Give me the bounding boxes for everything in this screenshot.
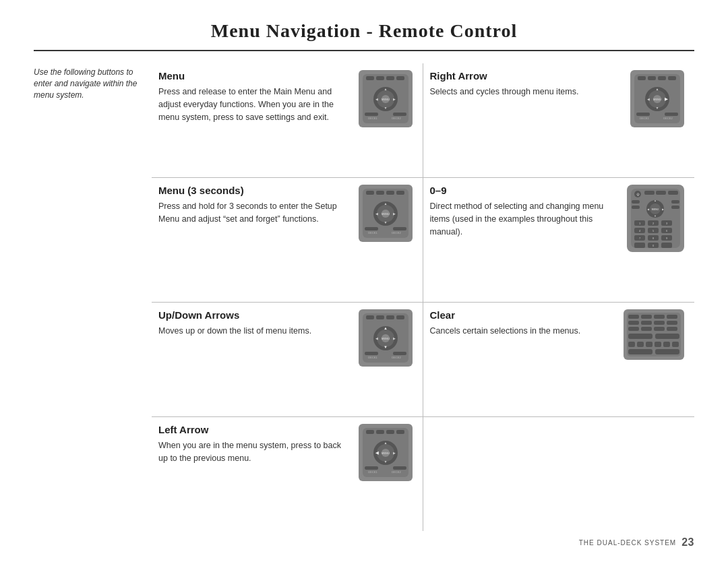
svg-rect-40 xyxy=(386,191,394,195)
footer-label: THE DUAL-DECK SYSTEM xyxy=(579,539,676,547)
svg-rect-92 xyxy=(661,243,672,248)
remote-menu-img: MENU ▲ ▼ ◀ ▶ DECK1 DECK2 xyxy=(359,70,413,127)
remote-0-9-img: ⏻ MENU ▲ ▼ ◀ ▶ xyxy=(627,185,684,252)
svg-rect-58 xyxy=(644,191,655,195)
svg-text:▶: ▶ xyxy=(393,212,396,216)
svg-rect-4 xyxy=(386,76,394,80)
svg-rect-124 xyxy=(654,327,665,331)
section-clear: Clear Cancels certain selections in the … xyxy=(423,303,695,417)
remote-clear-img xyxy=(624,309,684,360)
svg-rect-53 xyxy=(393,227,406,230)
svg-rect-68 xyxy=(632,200,640,204)
svg-rect-123 xyxy=(641,327,652,331)
svg-rect-3 xyxy=(376,76,384,80)
remote-up-down-img: MENU ▲ ▼ ◀ ▶ DECK1 DECK2 xyxy=(359,309,413,367)
section-menu-3sec: Menu (3 seconds) Press and hold for 3 se… xyxy=(152,178,423,303)
remote-up-down-svg: MENU ▲ ▼ ◀ ▶ DECK1 DECK2 xyxy=(359,310,412,366)
svg-rect-130 xyxy=(646,342,653,347)
svg-rect-97 xyxy=(376,315,384,319)
svg-text:▶: ▶ xyxy=(393,336,396,340)
section-menu-title: Menu xyxy=(158,70,352,82)
svg-rect-118 xyxy=(628,321,639,325)
svg-text:◀: ◀ xyxy=(647,97,650,101)
svg-text:MENU: MENU xyxy=(382,451,390,455)
svg-rect-114 xyxy=(628,315,639,319)
svg-text:▲: ▲ xyxy=(384,326,388,330)
svg-text:MENU: MENU xyxy=(653,98,661,101)
section-empty xyxy=(423,417,695,531)
section-menu-3sec-title: Menu (3 seconds) xyxy=(158,185,352,196)
svg-text:DECK1: DECK1 xyxy=(368,356,377,359)
svg-text:▼: ▼ xyxy=(384,460,387,464)
section-menu-3sec-body: Press and hold for 3 seconds to enter th… xyxy=(158,200,352,226)
svg-text:▼: ▼ xyxy=(656,106,659,110)
section-right-arrow: Right Arrow Selects and cycles through m… xyxy=(423,63,695,178)
svg-text:◀: ◀ xyxy=(375,97,378,101)
svg-rect-39 xyxy=(376,191,384,195)
page-title: Menu Navigation - Remote Control xyxy=(34,20,694,51)
page: Menu Navigation - Remote Control Use the… xyxy=(0,0,728,562)
svg-text:▼: ▼ xyxy=(384,106,387,110)
svg-rect-99 xyxy=(396,315,404,319)
svg-rect-110 xyxy=(365,352,378,355)
svg-text:▶: ▶ xyxy=(665,97,668,101)
sidebar-text: Use the following buttons to enter and n… xyxy=(34,67,137,100)
svg-rect-135 xyxy=(655,349,679,354)
remote-right-arrow-svg: MENU ▲ ▼ ◀ ▶ DECK1 DECK2 xyxy=(631,71,684,127)
content-area: Use the following buttons to enter and n… xyxy=(34,63,694,531)
svg-text:▲: ▲ xyxy=(654,199,657,202)
svg-rect-38 xyxy=(366,191,374,195)
svg-text:▼: ▼ xyxy=(384,220,387,224)
section-up-down-body: Moves up or down the list of menu items. xyxy=(158,325,352,338)
svg-rect-117 xyxy=(667,315,677,319)
svg-text:DECK1: DECK1 xyxy=(368,117,377,120)
svg-rect-152 xyxy=(365,466,378,470)
svg-rect-16 xyxy=(365,113,378,116)
svg-text:◀: ◀ xyxy=(375,212,378,216)
svg-text:DECK2: DECK2 xyxy=(392,231,401,235)
svg-rect-17 xyxy=(393,113,406,116)
footer-page: 23 xyxy=(681,536,694,549)
svg-text:DECK2: DECK2 xyxy=(392,470,401,474)
svg-rect-128 xyxy=(628,342,635,347)
svg-rect-41 xyxy=(396,191,404,195)
remote-left-arrow-img: MENU ▲ ▼ ◀ ▶ DECK1 DECK2 xyxy=(359,424,413,481)
section-left-arrow: Left Arrow When you are in the menu syst… xyxy=(152,417,423,531)
svg-rect-116 xyxy=(654,315,665,319)
section-left-arrow-title: Left Arrow xyxy=(158,424,352,435)
svg-text:◀: ◀ xyxy=(374,451,378,455)
svg-rect-52 xyxy=(365,227,378,230)
section-up-down-arrows: Up/Down Arrows Moves up or down the list… xyxy=(152,303,423,417)
remote-menu-3sec-svg: MENU ▲ ▼ ◀ ▶ DECK1 DECK2 xyxy=(359,185,412,241)
svg-text:MENU: MENU xyxy=(382,212,390,216)
svg-text:▼: ▼ xyxy=(384,345,388,349)
sidebar: Use the following buttons to enter and n… xyxy=(34,63,152,531)
svg-rect-98 xyxy=(386,315,394,319)
svg-text:⏻: ⏻ xyxy=(636,192,640,196)
svg-rect-139 xyxy=(376,430,384,434)
svg-text:DECK1: DECK1 xyxy=(368,231,377,235)
svg-rect-59 xyxy=(656,191,666,195)
svg-rect-132 xyxy=(663,342,670,347)
section-up-down-title: Up/Down Arrows xyxy=(158,309,352,321)
svg-text:▶: ▶ xyxy=(393,451,396,455)
svg-rect-138 xyxy=(366,430,374,434)
svg-text:MENU: MENU xyxy=(382,337,390,340)
section-0-9-body: Direct method of selecting and changing … xyxy=(430,200,621,238)
remote-menu-3sec-img: MENU ▲ ▼ ◀ ▶ DECK1 DECK2 xyxy=(359,185,413,242)
svg-rect-71 xyxy=(671,206,679,209)
svg-rect-69 xyxy=(671,200,679,204)
svg-rect-131 xyxy=(655,342,661,347)
svg-rect-34 xyxy=(636,113,650,116)
svg-rect-120 xyxy=(654,321,665,325)
section-0-9: 0–9 Direct method of selecting and chang… xyxy=(423,178,695,303)
remote-left-arrow-svg: MENU ▲ ▼ ◀ ▶ DECK1 DECK2 xyxy=(359,425,412,480)
svg-rect-70 xyxy=(632,206,640,209)
svg-rect-90 xyxy=(634,243,645,248)
svg-rect-122 xyxy=(628,327,639,331)
section-menu-body: Press and release to enter the Main Menu… xyxy=(158,86,352,123)
main-grid: Menu Press and release to enter the Main… xyxy=(152,63,694,531)
remote-right-arrow-img: MENU ▲ ▼ ◀ ▶ DECK1 DECK2 xyxy=(630,70,684,127)
remote-menu-svg: MENU ▲ ▼ ◀ ▶ DECK1 DECK2 xyxy=(359,71,412,127)
section-menu: Menu Press and release to enter the Main… xyxy=(152,63,423,178)
